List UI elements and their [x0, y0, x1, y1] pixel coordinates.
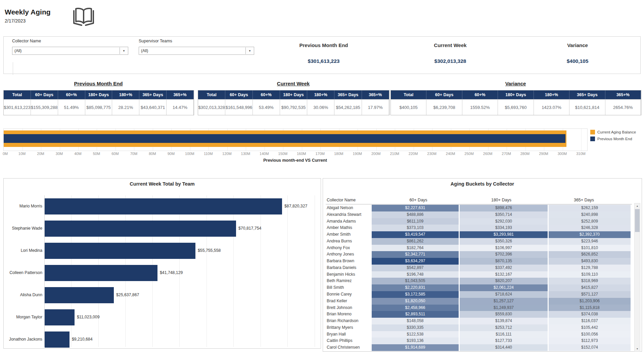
aging-value-cell[interactable]: $182,764 — [372, 245, 459, 251]
aging-value-cell[interactable]: $127,733 — [460, 338, 548, 344]
aging-value-cell[interactable]: $101,810 — [549, 245, 631, 251]
aging-value-cell[interactable]: $571,127 — [549, 291, 631, 298]
aging-value-cell[interactable]: $112,973 — [549, 338, 631, 344]
chevron-down-icon[interactable]: ▼ — [635, 346, 640, 351]
aging-value-cell[interactable]: $718,624 — [460, 291, 548, 298]
chevron-down-icon[interactable]: ▼ — [120, 47, 128, 54]
aging-value-cell[interactable]: $330,335 — [372, 324, 459, 331]
aging-value-cell[interactable]: $861,262 — [372, 238, 459, 245]
team-bar[interactable] — [45, 198, 282, 214]
aging-value-cell[interactable]: $1,820,050 — [372, 298, 459, 305]
aging-value-cell[interactable]: $223,946 — [549, 238, 631, 245]
aging-value-cell[interactable]: $139,874 — [460, 318, 548, 324]
aging-value-cell[interactable]: $196,748 — [372, 271, 459, 278]
aging-value-cell[interactable]: $1,914,689 — [372, 344, 459, 351]
aging-value-cell[interactable]: $2,392,370 — [549, 231, 631, 238]
aging-value-cell[interactable]: $105,442 — [549, 324, 631, 331]
aging-value-cell[interactable]: $415,827 — [549, 284, 631, 291]
chevron-up-icon[interactable]: ▲ — [635, 203, 640, 208]
aging-value-cell[interactable]: $820,207 — [460, 278, 548, 284]
aging-value-cell[interactable]: $3,634,297 — [372, 258, 459, 265]
gridline — [581, 129, 582, 151]
aging-value-cell[interactable]: $292,030 — [460, 218, 548, 225]
supervisor-filter-dropdown[interactable]: (All) ▼ — [139, 47, 254, 55]
previous-month-bar[interactable] — [4, 134, 565, 143]
aging-value-cell[interactable]: $116,037 — [549, 318, 631, 324]
aging-value-cell[interactable]: $252,809 — [549, 218, 631, 225]
aging-value-cell[interactable]: $493,830 — [549, 258, 631, 265]
aging-value-cell[interactable]: $350,326 — [460, 238, 548, 245]
aging-value-cell[interactable]: $314,440 — [460, 344, 548, 351]
aging-value-cell[interactable]: $132,167 — [460, 271, 548, 278]
kpi-value: $400,105 — [520, 58, 635, 64]
x-axis-tick: 220M — [405, 152, 422, 156]
collector-name: Amber Mathis — [327, 225, 352, 231]
aging-value-cell[interactable]: $129,788 — [549, 265, 631, 271]
aging-value-cell[interactable]: $870,135 — [460, 258, 548, 265]
team-bar[interactable] — [45, 287, 114, 303]
aging-value-cell[interactable]: $148,058 — [372, 318, 459, 324]
aging-value-cell[interactable]: $337,492 — [460, 265, 548, 271]
aging-value-cell[interactable]: $253,712 — [460, 324, 548, 331]
team-bar[interactable] — [45, 331, 70, 348]
collector-filter-dropdown[interactable]: (All) ▼ — [12, 47, 128, 55]
summary-value-cell: $90,792,535 — [280, 99, 307, 115]
aging-value-cell[interactable]: $2,220,831 — [372, 284, 459, 291]
legend-item-current[interactable]: Current Aging Balance — [590, 130, 636, 134]
scrollbar-thumb[interactable] — [635, 209, 640, 232]
aging-value-cell[interactable]: $122,538 — [372, 331, 459, 338]
aging-value-cell[interactable]: $262,159 — [549, 205, 631, 211]
legend-item-previous[interactable]: Previous Month End — [590, 136, 632, 141]
team-bar[interactable] — [45, 243, 195, 259]
aging-value-cell[interactable]: $1,043,505 — [372, 278, 459, 284]
aging-value-cell[interactable]: $1,203,906 — [549, 298, 631, 305]
summary-value-cell: 2654.76% — [605, 99, 641, 115]
team-bar[interactable] — [45, 265, 157, 281]
aging-value-cell[interactable]: $152,074 — [549, 344, 631, 351]
aging-value-cell[interactable]: $3,419,547 — [372, 231, 459, 238]
aging-value-cell[interactable]: $626,852 — [549, 251, 631, 258]
team-bar[interactable] — [45, 221, 236, 237]
collector-name: Benjamin Hicks — [327, 271, 355, 278]
aging-value-cell[interactable]: $3,293,981 — [460, 231, 548, 238]
aging-value-cell[interactable]: $350,714 — [460, 211, 548, 218]
kpi-value: $302,013,328 — [393, 58, 507, 64]
table-row: Bonnie Carey$3,172,585$718,624$571,127 — [323, 291, 634, 298]
team-bar-label: Stephanie Wade — [4, 226, 42, 231]
aging-value-cell[interactable]: $246,328 — [549, 225, 631, 231]
table-scrollbar[interactable]: ▲ ▼ — [634, 203, 640, 352]
aging-value-cell[interactable]: $488,886 — [372, 211, 459, 218]
aging-value-cell[interactable]: $334,193 — [460, 225, 548, 231]
aging-value-cell[interactable]: $106,997 — [460, 245, 548, 251]
aging-value-cell[interactable]: $109,110 — [549, 271, 631, 278]
aging-value-cell[interactable]: $2,342,771 — [372, 251, 459, 258]
legend-swatch-navy — [590, 136, 595, 141]
aging-value-cell[interactable]: $2,061,224 — [460, 284, 548, 291]
aging-value-cell[interactable]: $116,111 — [460, 331, 548, 338]
aging-value-cell[interactable]: $1,257,127 — [460, 298, 548, 305]
header-underline — [326, 204, 632, 204]
aging-value-cell[interactable]: $318,969 — [549, 278, 631, 284]
aging-value-cell[interactable]: $2,893,511 — [372, 311, 459, 318]
aging-value-cell[interactable]: $374,038 — [549, 311, 631, 318]
table-row: Beth Ramirez$1,043,505$820,207$318,969 — [323, 278, 634, 284]
aging-value-cell[interactable]: $100,056 — [549, 331, 631, 338]
aging-value-cell[interactable]: $3,172,585 — [372, 291, 459, 298]
aging-value-cell[interactable]: $373,103 — [372, 225, 459, 231]
aging-value-cell[interactable]: $559,830 — [460, 311, 548, 318]
aging-value-cell[interactable]: $898,476 — [460, 205, 548, 211]
aging-value-cell[interactable]: $2,227,631 — [372, 205, 459, 211]
aging-value-cell[interactable]: $1,115,818 — [549, 305, 631, 311]
aging-value-cell[interactable]: $240,898 — [549, 211, 631, 218]
chevron-down-icon[interactable]: ▼ — [245, 47, 254, 54]
team-bar[interactable] — [45, 309, 75, 325]
aging-value-cell[interactable]: $702,396 — [460, 251, 548, 258]
summary-column-header: Total — [4, 90, 31, 99]
aging-value-cell[interactable]: $193,136 — [372, 338, 459, 344]
aging-value-cell[interactable]: $2,458,966 — [372, 305, 459, 311]
table-row: Brian Richardson$148,058$139,874$116,037 — [323, 318, 634, 324]
aging-value-cell[interactable]: $1,249,937 — [460, 305, 548, 311]
aging-value-cell[interactable]: $611,109 — [372, 218, 459, 225]
collector-name: Alexandria Stewart — [327, 211, 361, 218]
aging-value-cell[interactable]: $542,897 — [372, 265, 459, 271]
